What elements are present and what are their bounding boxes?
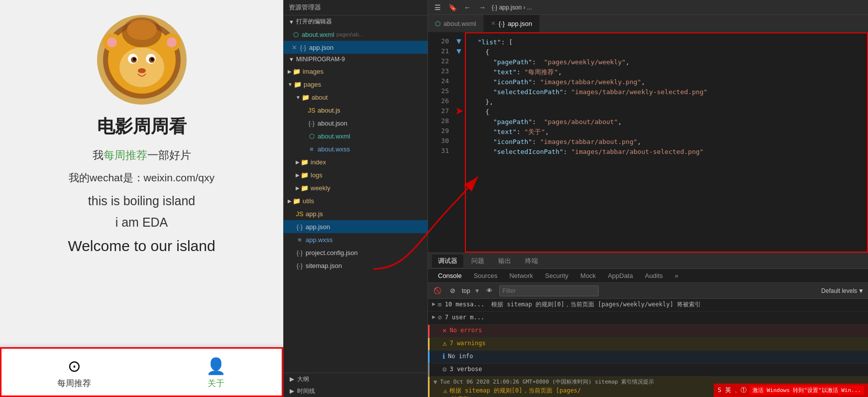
back-icon[interactable]: ← <box>462 2 473 13</box>
expand-down-icon[interactable]: ▼ <box>434 379 437 386</box>
fold-arrow-20[interactable]: ▼ <box>453 36 465 46</box>
file-name-about-wxml: about.wxml <box>302 31 334 38</box>
folder-icon: 📁 <box>293 68 301 75</box>
file-name-app-js: app.js <box>306 210 323 218</box>
svg-point-13 <box>107 37 117 47</box>
tree-item-about-js[interactable]: JS about.js <box>284 104 428 117</box>
timeline-label: 时间线 <box>297 387 315 396</box>
console-row-messages[interactable]: ▶ ≡ 10 messa... 根据 sitemap 的规则[0]，当前页面 [… <box>428 299 868 312</box>
tree-item-weekly[interactable]: ▶ 📁 weekly <box>284 181 428 194</box>
eye-icon[interactable]: 👁 <box>484 285 495 296</box>
close-tab-icon[interactable]: ✕ <box>491 20 496 27</box>
wxss-about-icon: ≡ <box>308 145 316 153</box>
open-editors-section[interactable]: ▼ 打开的编辑器 <box>284 15 428 28</box>
tree-item-app-wxss[interactable]: ≡ app.wxss <box>284 233 428 246</box>
tab-appdata[interactable]: AppData <box>602 270 639 281</box>
tab-console[interactable]: Console <box>432 270 468 281</box>
tab-about-wxml[interactable]: ⬡ about.wxml <box>428 15 484 32</box>
stop-icon[interactable]: ⊘ <box>447 285 458 296</box>
svg-point-10 <box>138 68 146 73</box>
tree-item-index[interactable]: ▶ 📁 index <box>284 155 428 168</box>
tree-item-app-json[interactable]: {·} app.json <box>284 220 428 233</box>
file-name-app-json-tree: app.json <box>306 223 330 231</box>
tab-mock[interactable]: Mock <box>574 270 602 281</box>
tab-issues[interactable]: 问题 <box>465 255 490 267</box>
forward-icon[interactable]: → <box>477 2 488 13</box>
chevron-down-about-icon: ▼ <box>296 95 301 100</box>
project-section[interactable]: ▼ MINIPROGRAM-9 <box>284 54 428 65</box>
tree-item-logs[interactable]: ▶ 📁 logs <box>284 168 428 181</box>
tree-item-about[interactable]: ▼ 📁 about <box>284 91 428 104</box>
outline-section[interactable]: ▶ 大纲 <box>284 373 428 385</box>
tab-security[interactable]: Security <box>539 270 574 281</box>
file-name-app-wxss: app.wxss <box>306 236 332 244</box>
tab-app-json[interactable]: ✕ {·} app.json <box>484 15 540 32</box>
project-name: MINIPROGRAM-9 <box>296 56 345 63</box>
svg-point-3 <box>119 47 164 87</box>
code-line-22: "pagePath": "pages/weekly/weekly", <box>470 57 867 67</box>
no-errors-text: No errors <box>449 326 482 335</box>
default-levels-label: Default levels <box>821 287 857 294</box>
code-content[interactable]: "list": [ { "pagePath": "pages/weekly/we… <box>465 32 868 253</box>
eda-text: i am EDA <box>115 215 168 230</box>
tree-item-utils[interactable]: ▶ 📁 utils <box>284 194 428 207</box>
top-bar: ☰ 🔖 ← → {·} app.json › ... <box>428 0 868 15</box>
console-row-verbose[interactable]: ⚙ 3 verbose <box>428 364 868 377</box>
tab-weekly[interactable]: ⊙ 每周推荐 <box>37 352 111 394</box>
tree-item-about-wxml[interactable]: ⬡ about.wxml <box>284 130 428 142</box>
fold-arrows: ▼ ▼ ➤ <box>453 32 465 253</box>
json-sitemap-icon: {·} <box>296 262 304 269</box>
tab-more[interactable]: » <box>669 270 684 281</box>
tab-output[interactable]: 输出 <box>492 255 517 267</box>
console-row-user[interactable]: ▶ ⊘ 7 user m... <box>428 312 868 325</box>
tab-sources[interactable]: Sources <box>468 270 504 281</box>
filter-input[interactable] <box>499 285 599 296</box>
compass-icon: ⊙ <box>68 357 81 376</box>
tab-network[interactable]: Network <box>503 270 539 281</box>
red-arrow: ➤ <box>453 106 465 116</box>
warning-detail-row: ⚠ 根据 sitemap 的规则[0]，当前页面 [pages/ <box>434 387 581 395</box>
console-row-warnings[interactable]: ⚠ 7 warnings <box>428 338 868 351</box>
explorer-header: 资源管理器 <box>284 0 428 15</box>
tree-item-sitemap[interactable]: {·} sitemap.json <box>284 259 428 272</box>
close-icon[interactable]: ✕ <box>292 44 297 51</box>
tab-about[interactable]: 👤 关于 <box>186 352 246 394</box>
folder-name-pages: pages <box>304 81 321 88</box>
tree-item-images[interactable]: ▶ 📁 images <box>284 65 428 78</box>
console-row-info[interactable]: ℹ No info <box>428 351 868 364</box>
hamburger-icon[interactable]: ☰ <box>432 2 443 13</box>
tree-item-pages[interactable]: ▼ 📁 pages <box>284 78 428 91</box>
timeline-section[interactable]: ▶ 时间线 <box>284 385 428 397</box>
open-file-about-wxml[interactable]: ⬡ about.wxml pages\ab... <box>284 28 428 41</box>
warnings-count: 7 warnings <box>449 339 485 348</box>
code-editor: ⬡ about.wxml ✕ {·} app.json 20 21 22 23 … <box>428 15 868 253</box>
folder-name-about: about <box>312 94 328 101</box>
svg-point-16 <box>127 20 157 40</box>
console-content[interactable]: ▶ ≡ 10 messa... 根据 sitemap 的规则[0]，当前页面 [… <box>428 299 868 397</box>
json-project-icon: {·} <box>296 249 304 257</box>
tree-item-about-json[interactable]: {·} about.json <box>284 117 428 130</box>
console-row-errors[interactable]: ✕ No errors <box>428 325 868 338</box>
block-icon[interactable]: 🚫 <box>432 285 443 296</box>
dropdown-icon[interactable]: ▼ <box>474 287 480 294</box>
info-icon: ℹ <box>442 352 445 360</box>
default-levels[interactable]: Default levels ▼ <box>821 287 864 294</box>
tab-debugger[interactable]: 调试器 <box>432 255 463 267</box>
expand-icon-2[interactable]: ▶ <box>432 313 435 320</box>
subtitle-suffix: 一部好片 <box>147 149 191 161</box>
timestamp: Tue Oct 06 2020 21:00:26 GMT+0800 (中国标准时… <box>440 378 654 386</box>
expand-icon[interactable]: ▶ <box>432 300 435 307</box>
tree-item-about-wxss[interactable]: ≡ about.wxss <box>284 142 428 155</box>
warning-icon: ⚠ <box>442 339 446 347</box>
tree-item-app-js[interactable]: JS app.js <box>284 207 428 220</box>
tab-audits[interactable]: Audits <box>639 270 669 281</box>
code-line-26: }, <box>470 97 867 107</box>
fold-arrow-21[interactable]: ▼ <box>453 46 465 56</box>
svg-point-14 <box>167 37 177 47</box>
verbose-count: 3 verbose <box>449 365 482 374</box>
tree-item-project-config[interactable]: {·} project.config.json <box>284 246 428 259</box>
sogou-text: S 英 、① <box>718 386 747 395</box>
tab-terminal[interactable]: 终端 <box>519 255 544 267</box>
bookmark-icon[interactable]: 🔖 <box>447 2 458 13</box>
open-file-app-json[interactable]: ✕ {·} app.json <box>284 41 428 54</box>
